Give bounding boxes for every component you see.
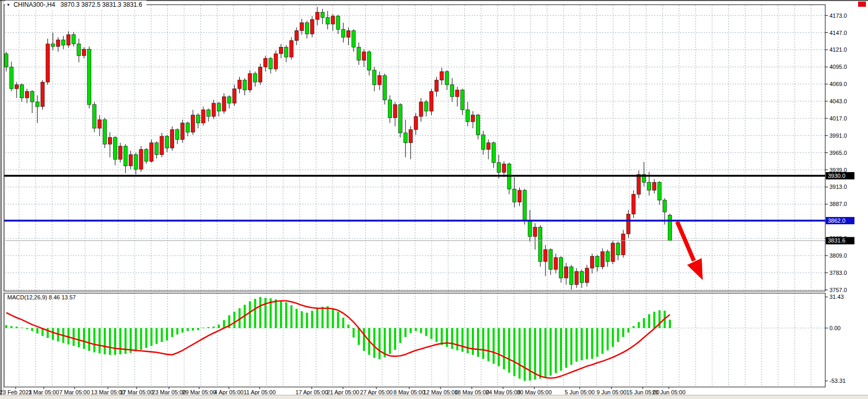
alert-marker[interactable] (858, 2, 866, 7)
indicator-label: MACD(12,26,9) 8.46 13.57 (6, 294, 78, 301)
time-axis-label: 8 May 05:00 (394, 389, 425, 395)
candle (621, 230, 625, 258)
current-price-tag-text: 3831.6 (828, 237, 846, 244)
time-axis-label: 23 Mar 05:00 (152, 389, 186, 395)
symbol-timeframe-label: CHINA300-,H4 (14, 1, 55, 8)
candle (181, 120, 185, 143)
price-axis-label: 3913.0 (829, 184, 847, 190)
chart-window: 4173.04147.04121.04095.04069.04043.04017… (0, 0, 868, 399)
candle (611, 240, 615, 264)
time-axis-label: 7 Mar 05:00 (59, 389, 90, 395)
time-axis-label: 17 Mar 05:00 (120, 389, 154, 395)
price-axis-label: 4069.0 (829, 81, 847, 87)
candle (160, 133, 164, 158)
price-axis-label: 3887.0 (829, 201, 847, 207)
time-axis-label: 5 Jun 05:00 (565, 389, 595, 395)
time-axis-label: 9 Jun 05:00 (596, 389, 627, 395)
price-axis-label: 4095.0 (829, 64, 847, 70)
time-axis-label: 30 May 05:00 (517, 389, 552, 395)
time-axis-label: 4 Apr 05:00 (214, 389, 243, 395)
support-price-tag[interactable]: 3862.0 (826, 217, 854, 224)
time-axis-label: 17 Apr 05:00 (296, 389, 328, 395)
support-price-tag-text: 3862.0 (828, 217, 846, 224)
ohlc-readout: 3870.3 3872.5 3831.3 3831.6 (60, 1, 142, 8)
candle (41, 80, 44, 110)
candle (274, 51, 278, 71)
candle (259, 64, 262, 84)
time-axis-label: 27 Apr 05:00 (360, 389, 393, 395)
price-axis-label: 4017.0 (829, 115, 847, 122)
price-axis-label: 3965.0 (829, 150, 847, 156)
price-axis-label: 3809.0 (829, 252, 847, 259)
time-axis-label: 29 Mar 05:00 (182, 389, 216, 395)
candle (632, 190, 635, 218)
price-axis-label: 4147.0 (829, 30, 847, 36)
price-axis-label: 3783.0 (829, 270, 847, 276)
price-axis-label: 4173.0 (829, 13, 847, 19)
macd-axis-label: 31.43 (829, 294, 844, 300)
price-axis-label: 3939.0 (829, 167, 847, 173)
time-axis-label: 21 Jun 05:00 (652, 389, 686, 395)
candle (170, 126, 174, 151)
time-axis-label: 1 Mar 05:00 (29, 389, 59, 395)
candle (46, 39, 50, 85)
collapse-chart-icon[interactable]: ▼ (6, 3, 10, 7)
candle (398, 103, 402, 138)
candle (310, 16, 314, 37)
price-axis-label: 4043.0 (829, 98, 847, 104)
macd-axis-label: 0.00 (829, 325, 840, 331)
candle (88, 46, 91, 108)
current-price-tag[interactable]: 3831.6 (826, 237, 854, 244)
candle (139, 146, 143, 172)
price-axis-label: 3991.0 (829, 132, 847, 139)
price-axis-label: 4121.0 (829, 46, 847, 53)
candle (523, 189, 527, 224)
candle (637, 171, 641, 198)
time-axis-label: 24 May 05:00 (486, 389, 521, 395)
time-axis-label: 23 Feb 2023 (0, 389, 32, 395)
resistance-price-tag-text: 3930.0 (828, 173, 846, 179)
macd-axis-label: -53.31 (829, 378, 846, 384)
time-axis-label: 18 May 05:00 (455, 389, 490, 395)
candle (248, 70, 252, 93)
candle (430, 89, 433, 115)
candle (627, 210, 630, 238)
candle (93, 102, 96, 132)
resistance-price-tag[interactable]: 3930.0 (826, 172, 854, 179)
time-axis-label: 12 May 05:00 (423, 389, 458, 395)
candle (668, 214, 671, 241)
chart-canvas: 4173.04147.04121.04095.04069.04043.04017… (0, 0, 868, 399)
candle (103, 118, 106, 148)
candle (289, 37, 293, 59)
price-axis-label: 3757.0 (829, 287, 847, 293)
candle (601, 248, 604, 269)
candle (150, 139, 153, 162)
chart-title-bar: ▼ CHINA300-,H4 3870.3 3872.5 3831.3 3831… (5, 1, 146, 9)
time-axis-label: 21 Apr 05:00 (327, 389, 359, 395)
time-axis-label: 11 Apr 05:00 (243, 389, 276, 395)
candle (383, 74, 386, 104)
candle (539, 225, 542, 267)
